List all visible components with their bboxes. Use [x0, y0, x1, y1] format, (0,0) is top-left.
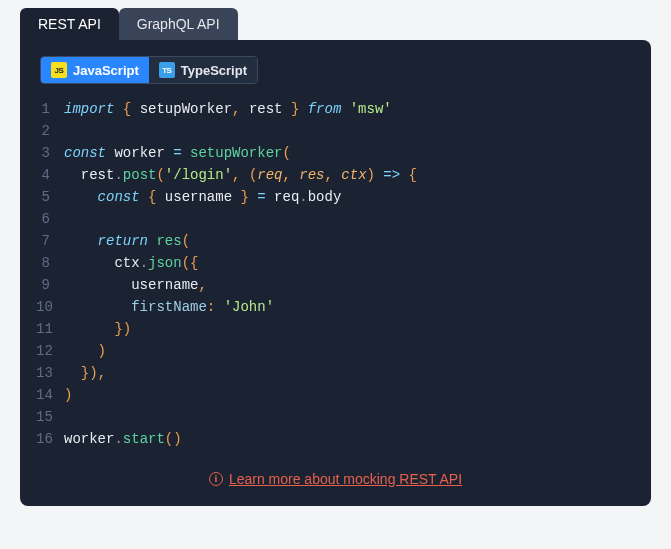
- line-number: 13: [36, 362, 50, 384]
- line-number: 6: [36, 208, 50, 230]
- line-number: 10: [36, 296, 50, 318]
- line-number: 8: [36, 252, 50, 274]
- line-number: 15: [36, 406, 50, 428]
- learn-more-link[interactable]: Learn more about mocking REST API: [229, 471, 462, 487]
- language-tabs: JS JavaScript TS TypeScript: [40, 56, 258, 84]
- line-number: 16: [36, 428, 50, 450]
- code-line: import { setupWorker, rest } from 'msw': [64, 98, 635, 120]
- lang-tab-typescript[interactable]: TS TypeScript: [149, 57, 257, 83]
- line-number: 11: [36, 318, 50, 340]
- line-number: 7: [36, 230, 50, 252]
- code-line: ): [64, 384, 635, 406]
- line-number: 12: [36, 340, 50, 362]
- code-line: }): [64, 318, 635, 340]
- ts-badge-icon: TS: [159, 62, 175, 78]
- code-line: worker.start(): [64, 428, 635, 450]
- code-line: [64, 120, 635, 142]
- code-lines: import { setupWorker, rest } from 'msw' …: [64, 98, 635, 450]
- js-badge-icon: JS: [51, 62, 67, 78]
- footer-link-row: Learn more about mocking REST API: [32, 470, 639, 488]
- info-icon: [209, 472, 223, 486]
- line-number: 4: [36, 164, 50, 186]
- line-number: 5: [36, 186, 50, 208]
- code-line: const worker = setupWorker(: [64, 142, 635, 164]
- lang-tab-label: TypeScript: [181, 63, 247, 78]
- line-number: 9: [36, 274, 50, 296]
- code-line: firstName: 'John': [64, 296, 635, 318]
- code-line: [64, 208, 635, 230]
- tab-rest-api[interactable]: REST API: [20, 8, 119, 40]
- code-line: }),: [64, 362, 635, 384]
- code-line: [64, 406, 635, 428]
- line-number: 14: [36, 384, 50, 406]
- line-number: 1: [36, 98, 50, 120]
- code-line: ctx.json({: [64, 252, 635, 274]
- line-number: 2: [36, 120, 50, 142]
- code-panel: JS JavaScript TS TypeScript 123456789101…: [20, 40, 651, 506]
- code-line: username,: [64, 274, 635, 296]
- code-line: rest.post('/login', (req, res, ctx) => {: [64, 164, 635, 186]
- code-line: ): [64, 340, 635, 362]
- code-line: const { username } = req.body: [64, 186, 635, 208]
- lang-tab-label: JavaScript: [73, 63, 139, 78]
- code-line: return res(: [64, 230, 635, 252]
- tab-graphql-api[interactable]: GraphQL API: [119, 8, 238, 40]
- api-tabs: REST API GraphQL API: [20, 8, 651, 40]
- code-example-card: REST API GraphQL API JS JavaScript TS Ty…: [20, 8, 651, 506]
- line-number-gutter: 12345678910111213141516: [36, 98, 64, 450]
- code-block: 12345678910111213141516 import { setupWo…: [32, 98, 639, 450]
- lang-tab-javascript[interactable]: JS JavaScript: [41, 57, 149, 83]
- line-number: 3: [36, 142, 50, 164]
